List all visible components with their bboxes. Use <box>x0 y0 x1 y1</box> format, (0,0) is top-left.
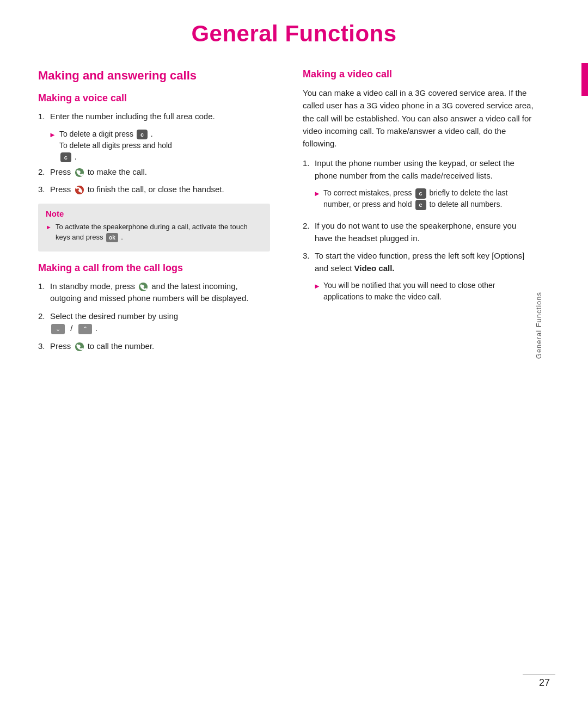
voice-call-subtitle: Making a voice call <box>38 93 270 104</box>
video-item-2: 2. If you do not want to use the speaker… <box>303 220 535 244</box>
logs-item-1-num: 1. <box>38 280 48 293</box>
voice-item-1-text: Enter the number including the full area… <box>50 111 270 123</box>
note-label: Note <box>46 209 262 218</box>
note-box: Note ► To activate the speakerphone duri… <box>38 204 270 252</box>
note-content: ► To activate the speakerphone during a … <box>46 222 262 243</box>
voice-item-3-num: 3. <box>38 183 48 196</box>
video-item-1-num: 1. <box>303 157 313 170</box>
voice-item-3-text: Press to finish the call, or close the h… <box>50 183 270 196</box>
slash-separator: / <box>70 323 72 333</box>
logs-item-3-num: 3. <box>38 340 48 353</box>
call-icon-logs2 <box>74 341 88 351</box>
note-text: To activate the speakerphone during a ca… <box>56 222 262 243</box>
call-logs-subtitle: Making a call from the call logs <box>38 262 270 274</box>
video-bullet-2-text: You will be notified that you will need … <box>323 280 535 303</box>
voice-item-2: 2. Press to make the call. <box>38 166 270 179</box>
bullet-arrow-icon: ► <box>49 130 56 140</box>
end-call-btn-icon <box>74 185 88 194</box>
logs-item-3-text: Press to call the number. <box>50 340 270 353</box>
video-item-2-text: If you do not want to use the speakerpho… <box>315 220 535 244</box>
sidebar-label: General Functions <box>535 292 588 359</box>
voice-bullet-1-text: To delete a digit press c . To delete al… <box>59 128 172 163</box>
page-title: General Functions <box>0 0 588 63</box>
page-number: 27 <box>539 677 550 689</box>
voice-item-3: 3. Press to finish the call, or close th… <box>38 183 270 196</box>
nav-up-btn: ⌃ <box>78 324 92 334</box>
left-column: Making and answering calls Making a voic… <box>38 69 286 358</box>
video-bullet-2-arrow: ► <box>314 281 320 292</box>
video-item-1-text: Input the phone number using the keypad,… <box>315 157 535 182</box>
video-item-1: 1. Input the phone number using the keyp… <box>303 157 535 182</box>
nav-down-btn: ⌄ <box>51 324 65 334</box>
page-divider <box>523 675 555 675</box>
note-bullet-arrow: ► <box>46 223 52 232</box>
left-section-title: Making and answering calls <box>38 69 270 83</box>
logs-item-1: 1. In standby mode, press and the latest… <box>38 280 270 305</box>
call-icon-logs <box>137 281 151 291</box>
delete-all-btn: c <box>60 152 71 163</box>
video-call-intro: You can make a video call in a 3G covere… <box>303 87 535 150</box>
content-wrapper: Making and answering calls Making a voic… <box>0 63 588 379</box>
video-item-3-num: 3. <box>303 250 313 262</box>
video-item-2-num: 2. <box>303 220 313 232</box>
video-bullet-2: ► You will be notified that you will nee… <box>314 280 535 303</box>
sidebar: General Functions <box>567 63 588 379</box>
voice-item-1-num: 1. <box>38 111 48 123</box>
main-content: Making and answering calls Making a voic… <box>0 63 567 379</box>
voice-bullet-1: ► To delete a digit press c . To delete … <box>49 128 270 163</box>
voice-item-2-num: 2. <box>38 166 48 179</box>
video-bullet-1-arrow: ► <box>314 188 320 199</box>
note-bullet: ► To activate the speakerphone during a … <box>46 222 262 243</box>
sidebar-accent-bar <box>581 63 588 96</box>
video-item-3: 3. To start the video function, press th… <box>303 250 535 274</box>
logs-item-2-num: 2. <box>38 310 48 323</box>
voice-item-2-text: Press to make the call. <box>50 166 270 179</box>
logs-item-2: 2. Select the desired number by using ⌄ … <box>38 310 270 335</box>
delete-digit-btn: c <box>137 130 148 140</box>
correct-hold-btn: c <box>415 200 426 210</box>
video-item-3-text: To start the video function, press the l… <box>315 250 535 274</box>
right-column: Making a video call You can make a video… <box>286 69 535 358</box>
logs-item-1-text: In standby mode, press and the latest in… <box>50 280 270 305</box>
logs-item-2-text: Select the desired number by using ⌄ / ⌃… <box>50 310 270 335</box>
ok-btn: ok <box>106 233 118 242</box>
video-bullet-1-text: To correct mistakes, press c briefly to … <box>323 187 535 210</box>
video-call-title: Making a video call <box>303 69 535 80</box>
logs-item-3: 3. Press to call the number. <box>38 340 270 353</box>
voice-item-1: 1. Enter the number including the full a… <box>38 111 270 123</box>
video-call-bold: Video call. <box>354 263 395 273</box>
call-btn-icon <box>74 167 88 176</box>
video-bullet-1: ► To correct mistakes, press c briefly t… <box>314 187 535 210</box>
correct-btn: c <box>415 188 426 199</box>
